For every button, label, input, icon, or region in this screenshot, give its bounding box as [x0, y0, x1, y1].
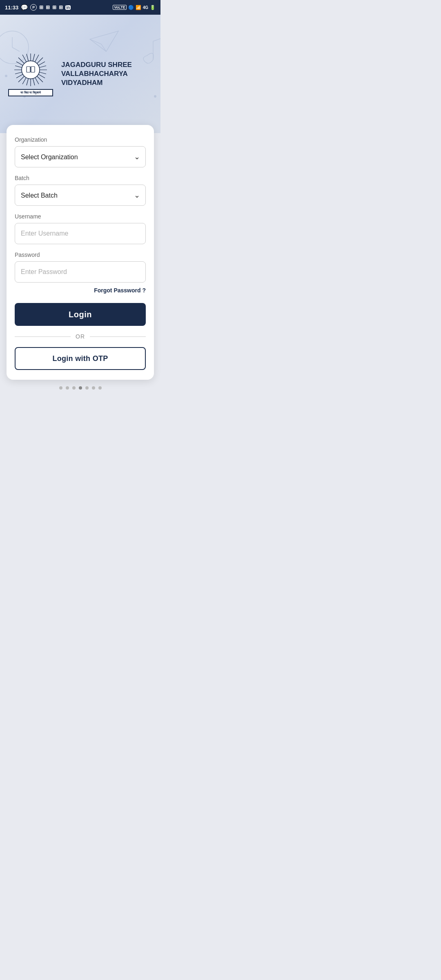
status-time: 11:33 [5, 4, 18, 11]
password-label: Password [15, 252, 146, 258]
or-line-left [15, 336, 71, 337]
school-logo [12, 51, 49, 88]
logo-container: सा विद्या या विमुक्तये [8, 49, 53, 98]
dot-4-active [79, 386, 82, 390]
dot-2 [66, 386, 69, 390]
organization-select-wrapper: Select Organization ⌄ [15, 146, 146, 167]
grid-icon-1: ⊞ [39, 4, 43, 10]
grid-icon-4: ⊞ [59, 4, 63, 10]
login-form-card: Organization Select Organization ⌄ Batch… [7, 125, 154, 380]
pagination-dots [0, 380, 160, 394]
header-content: सा विद्या या विमुक्तये JAGADGURU SHREE V… [8, 49, 152, 98]
grid-icon-3: ⊞ [52, 4, 56, 10]
password-input[interactable] [15, 261, 146, 283]
status-bar-right: VoLTE 🔵 📶 4G 🔋 [113, 5, 156, 10]
svg-line-4 [153, 38, 160, 41]
op-icon: P [30, 4, 37, 11]
batch-select-wrapper: Select Batch ⌄ [15, 185, 146, 206]
grid-icon-2: ⊞ [46, 4, 50, 10]
bluetooth-icon: 🔵 [128, 5, 134, 10]
battery-icon: 🔋 [150, 5, 156, 10]
dot-1 [59, 386, 62, 390]
otp-login-button[interactable]: Login with OTP [15, 347, 146, 370]
status-bar: 11:33 💬 P ⊞ ⊞ ⊞ ⊞ in VoLTE 🔵 📶 4G 🔋 [0, 0, 160, 15]
svg-point-7 [154, 95, 156, 98]
network-4g: 4G [143, 5, 148, 10]
whatsapp-icon: 💬 [21, 4, 28, 11]
login-button[interactable]: Login [15, 303, 146, 326]
or-line-right [90, 336, 146, 337]
logo-motto: सा विद्या या विमुक्तये [8, 89, 53, 96]
organization-label: Organization [15, 136, 146, 143]
school-name: JAGADGURU SHREE VALLABHACHARYA VIDYADHAM [61, 60, 152, 87]
dot-3 [72, 386, 76, 390]
username-label: Username [15, 213, 146, 220]
forgot-password-link[interactable]: Forgot Password ? [94, 287, 146, 294]
forgot-password-section: Forgot Password ? [15, 287, 146, 294]
status-bar-left: 11:33 💬 P ⊞ ⊞ ⊞ ⊞ in [5, 4, 71, 11]
organization-select[interactable]: Select Organization [15, 146, 146, 167]
batch-label: Batch [15, 175, 146, 181]
dot-5 [85, 386, 89, 390]
volte-icon: VoLTE [113, 5, 126, 10]
or-divider: OR [15, 333, 146, 340]
username-input[interactable] [15, 223, 146, 244]
linkedin-icon: in [65, 5, 71, 10]
header-area: सा विद्या या विमुक्तये JAGADGURU SHREE V… [0, 15, 160, 133]
dot-7 [98, 386, 102, 390]
or-text: OR [76, 333, 85, 340]
batch-select[interactable]: Select Batch [15, 185, 146, 206]
svg-point-6 [5, 75, 7, 77]
dot-6 [92, 386, 95, 390]
signal-icon: 📶 [136, 5, 141, 10]
